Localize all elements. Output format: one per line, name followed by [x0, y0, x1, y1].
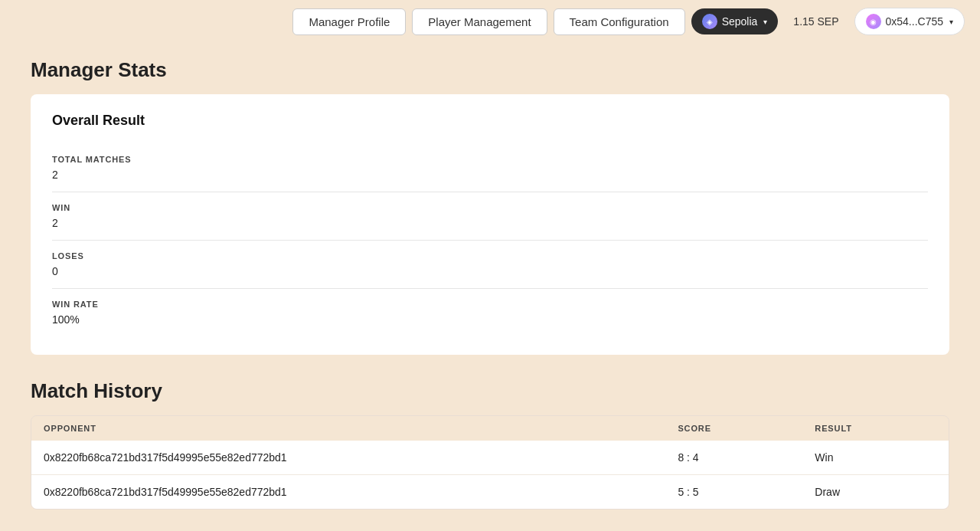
win-rate-label: WIN RATE — [52, 300, 928, 309]
match-history-title: Match History — [31, 379, 949, 403]
player-management-btn[interactable]: Player Management — [412, 8, 547, 35]
network-selector-btn[interactable]: ◈ Sepolia ▾ — [691, 8, 779, 34]
navbar: Manager Profile Player Management Team C… — [0, 0, 980, 43]
balance-display: 1.15 SEP — [784, 10, 848, 33]
loses-row: LOSES 0 — [52, 241, 928, 289]
manager-stats-section: Manager Stats Overall Result TOTAL MATCH… — [31, 58, 949, 355]
wallet-chevron-icon: ▾ — [949, 18, 953, 26]
col-header-result: RESULT — [802, 416, 949, 441]
col-header-score: SCORE — [665, 416, 802, 441]
wallet-btn[interactable]: ◉ 0x54...C755 ▾ — [854, 8, 965, 35]
match-history-table-container: OPPONENT SCORE RESULT 0x8220fb68ca721bd3… — [31, 415, 949, 510]
win-row: WIN 2 — [52, 192, 928, 241]
score-cell: 8 : 4 — [665, 441, 802, 475]
match-history-table: OPPONENT SCORE RESULT 0x8220fb68ca721bd3… — [31, 416, 949, 509]
total-matches-value: 2 — [52, 169, 928, 181]
match-history-section: Match History OPPONENT SCORE RESULT 0x82… — [31, 379, 949, 510]
opponent-cell: 0x8220fb68ca721bd317f5d49995e55e82ed772b… — [31, 475, 665, 510]
stats-card: Overall Result TOTAL MATCHES 2 WIN 2 LOS… — [31, 94, 949, 355]
overall-result-title: Overall Result — [52, 113, 928, 129]
win-value: 2 — [52, 217, 928, 229]
table-row: 0x8220fb68ca721bd317f5d49995e55e82ed772b… — [31, 441, 949, 475]
manager-profile-btn[interactable]: Manager Profile — [292, 8, 406, 35]
wallet-address-label: 0x54...C755 — [886, 15, 944, 28]
chevron-down-icon: ▾ — [763, 18, 767, 26]
win-label: WIN — [52, 203, 928, 212]
result-cell: Win — [802, 441, 949, 475]
table-header: OPPONENT SCORE RESULT — [31, 416, 949, 441]
team-configuration-btn[interactable]: Team Configuration — [554, 8, 685, 35]
total-matches-row: TOTAL MATCHES 2 — [52, 144, 928, 192]
opponent-cell: 0x8220fb68ca721bd317f5d49995e55e82ed772b… — [31, 441, 665, 475]
network-label: Sepolia — [722, 15, 758, 28]
manager-stats-title: Manager Stats — [31, 58, 949, 82]
score-cell: 5 : 5 — [665, 475, 802, 510]
table-header-row: OPPONENT SCORE RESULT — [31, 416, 949, 441]
loses-value: 0 — [52, 265, 928, 277]
ethereum-icon: ◈ — [702, 14, 717, 29]
table-row: 0x8220fb68ca721bd317f5d49995e55e82ed772b… — [31, 475, 949, 510]
col-header-opponent: OPPONENT — [31, 416, 665, 441]
total-matches-label: TOTAL MATCHES — [52, 155, 928, 164]
win-rate-row: WIN RATE 100% — [52, 289, 928, 336]
loses-label: LOSES — [52, 251, 928, 261]
main-content: Manager Stats Overall Result TOTAL MATCH… — [0, 43, 980, 525]
table-body: 0x8220fb68ca721bd317f5d49995e55e82ed772b… — [31, 441, 949, 509]
result-cell: Draw — [802, 475, 949, 510]
win-rate-value: 100% — [52, 313, 928, 326]
wallet-avatar-icon: ◉ — [866, 14, 881, 29]
